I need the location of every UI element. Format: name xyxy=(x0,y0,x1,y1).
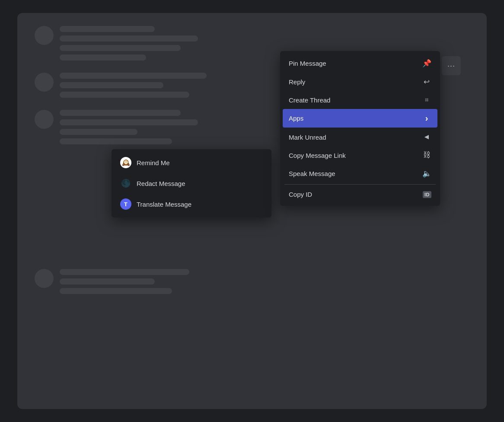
pin-icon: 📌 xyxy=(422,59,431,68)
chat-line xyxy=(60,269,189,275)
submenu-item-translate-message[interactable]: T Translate Message xyxy=(114,194,269,214)
avatar xyxy=(35,73,54,92)
menu-item-label: Create Thread xyxy=(289,96,422,104)
menu-item-apps[interactable]: Apps › xyxy=(283,109,437,128)
submenu-item-redact-message[interactable]: 🌑 Redact Message xyxy=(114,173,269,193)
link-icon: ⛓ xyxy=(422,151,431,160)
reply-icon: ↩ xyxy=(422,77,431,86)
menu-item-speak-message[interactable]: Speak Message 🔈 xyxy=(283,165,437,182)
menu-separator xyxy=(284,184,436,185)
app-window: ··· 🕰️ Remind Me 🌑 Redact Message T Tran… xyxy=(17,13,487,409)
chat-line xyxy=(60,129,137,135)
chat-line xyxy=(60,119,198,125)
chat-line xyxy=(60,138,172,144)
apps-chevron-icon: › xyxy=(422,113,431,123)
menu-item-pin-message[interactable]: Pin Message 📌 xyxy=(283,54,437,72)
menu-item-create-thread[interactable]: Create Thread ⌗ xyxy=(283,92,437,108)
menu-item-label: Apps xyxy=(289,115,422,122)
chat-line xyxy=(60,26,155,32)
avatar xyxy=(35,269,54,288)
submenu-item-remind-me[interactable]: 🕰️ Remind Me xyxy=(114,153,269,173)
chat-line xyxy=(60,288,172,294)
submenu-item-label: Translate Message xyxy=(137,201,191,208)
chat-line xyxy=(60,92,189,98)
thread-icon: ⌗ xyxy=(422,96,431,104)
menu-item-label: Reply xyxy=(289,78,422,86)
more-dots-icon: ··· xyxy=(447,61,455,70)
context-menu: Pin Message 📌 Reply ↩ Create Thread ⌗ Ap… xyxy=(280,51,440,206)
chat-line xyxy=(60,73,207,79)
apps-submenu: 🕰️ Remind Me 🌑 Redact Message T Translat… xyxy=(112,149,271,217)
chat-line xyxy=(60,45,181,51)
avatar xyxy=(35,26,54,45)
mark-unread-icon: ◄ xyxy=(422,133,431,141)
avatar xyxy=(35,110,54,129)
chat-line xyxy=(60,278,155,285)
menu-item-mark-unread[interactable]: Mark Unread ◄ xyxy=(283,128,437,146)
chat-lines xyxy=(60,269,469,294)
menu-item-label: Speak Message xyxy=(289,170,422,177)
chat-line xyxy=(60,110,181,116)
redact-message-icon: 🌑 xyxy=(120,178,131,189)
more-button[interactable]: ··· xyxy=(442,56,461,75)
menu-item-label: Mark Unread xyxy=(289,134,422,141)
chat-line xyxy=(60,82,163,88)
submenu-item-label: Remind Me xyxy=(137,159,170,166)
id-badge-icon: ID xyxy=(423,191,431,198)
chat-row xyxy=(35,269,469,294)
chat-line xyxy=(60,54,146,61)
menu-item-label: Copy ID xyxy=(289,191,423,198)
menu-item-label: Pin Message xyxy=(289,60,422,67)
menu-item-copy-message-link[interactable]: Copy Message Link ⛓ xyxy=(283,147,437,164)
speak-icon: 🔈 xyxy=(422,169,431,178)
remind-me-icon: 🕰️ xyxy=(120,157,131,168)
submenu-item-label: Redact Message xyxy=(137,180,185,187)
translate-message-icon: T xyxy=(120,198,131,210)
menu-item-reply[interactable]: Reply ↩ xyxy=(283,73,437,91)
menu-item-label: Copy Message Link xyxy=(289,152,422,159)
menu-item-copy-id[interactable]: Copy ID ID xyxy=(283,186,437,202)
chat-line xyxy=(60,35,198,42)
